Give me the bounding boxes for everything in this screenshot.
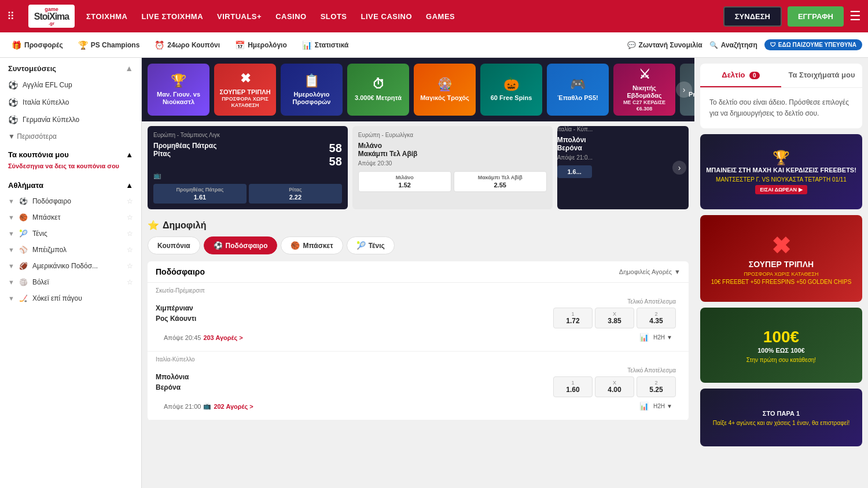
match-1-odd1[interactable]: 1 1.72 [553, 308, 593, 328]
sport-item-american-football[interactable]: ▼ 🏈 Αμερικάνικο Ποδόσ... ☆ [0, 258, 141, 274]
star-icon-am-football[interactable]: ☆ [127, 262, 133, 270]
football-icon-3: ⚽ [8, 115, 18, 124]
live-game-1-video: 📺 [153, 172, 342, 179]
live-game-1-league: Ευρώπη - Τσάμπιονς Λιγκ [153, 132, 342, 138]
star-icon-basketball[interactable]: ☆ [127, 213, 133, 221]
coupons-toggle[interactable]: ▲ [126, 150, 133, 159]
carousel-card-super-triple[interactable]: ✖ ΣΟΥΠΕΡ ΤΡΙΠΛΗ ΠΡΟΣΦΟΡΑ ΧΩΡΙΣ ΚΑΤΑΘΕΣΗ [214, 64, 276, 116]
tab-tennis[interactable]: 🎾 Τένις [347, 236, 395, 254]
carousel-card-counter[interactable]: ⏱ 3.000€ Μετρητά [347, 64, 409, 116]
promo-card-para1[interactable]: ΣΤΟ ΠΑΡΑ 1 Παίξε 4+ αγώνες και αν χάσεις… [700, 389, 862, 446]
carousel-card-ps5[interactable]: 🎮 Έπαθλο PS5! [547, 64, 609, 116]
football-section-title: Ποδόσφαιρο [156, 267, 205, 276]
promo-card-100[interactable]: 100€ 100% ΕΩΣ 100€ Στην πρώτη σου κατάθε… [700, 308, 862, 383]
live-game-1-odd2[interactable]: Ρίτας 2.22 [249, 184, 342, 204]
hamburger-icon[interactable]: ☰ [849, 9, 861, 24]
nav-24-coupon[interactable]: ⏰ 24ωρο Κουπόνι [149, 38, 226, 52]
shortcuts-toggle[interactable]: ▲ [125, 64, 133, 73]
sport-item-tennis[interactable]: ▼ 🎾 Τένις ☆ [0, 225, 141, 242]
carousel-card-ps-champions[interactable]: 🏆 Μαν. Γιουν. vs Νιούκαστλ [148, 64, 209, 116]
tab-basketball[interactable]: 🏀 Μπάσκετ [281, 236, 343, 254]
live-game-1-odd1[interactable]: Προμηθέας Πάτρας 1.61 [153, 184, 247, 204]
star-icon-football[interactable]: ☆ [127, 197, 133, 205]
chevron-down-icon-basketball: ▼ [8, 214, 14, 221]
match-2-odd2[interactable]: 2 5.25 [637, 376, 676, 397]
match-2-time: Απόψε 21:00 📺 202 Αγορές > [164, 402, 253, 410]
nav-slots[interactable]: SLOTS [321, 12, 347, 21]
sport-item-football[interactable]: ▼ ⚽ Ποδόσφαιρο ☆ [0, 193, 141, 209]
carousel-card-offers[interactable]: 📋 Ημερολόγιο Προσφορών [281, 64, 343, 116]
sport-item-basketball[interactable]: ▼ 🏀 Μπάσκετ ☆ [0, 209, 141, 225]
live-game-2-odd2[interactable]: Μακάμπι Τελ Αβίβ 2.55 [454, 171, 547, 192]
nav-live-casino[interactable]: LIVE CASINO [361, 12, 413, 21]
live-game-2-odd1[interactable]: Μιλάνο 1.52 [358, 171, 451, 192]
live-chat-button[interactable]: 💬 Ζωντανή Συνομιλία [627, 41, 703, 49]
match-2-odd1[interactable]: 1 1.60 [553, 376, 593, 397]
bet-slip-tab-deltio[interactable]: Δελτίο 0 [700, 64, 781, 87]
live-games-next-btn[interactable]: › [672, 161, 686, 175]
brand-logo[interactable]: game StoiXima .gr [28, 5, 75, 28]
right-sidebar: Δελτίο 0 Τα Στοιχήματά μου Το δελτίο σου… [694, 58, 868, 488]
sport-item-volleyball[interactable]: ▼ 🏐 Βόλεϊ ☆ [0, 274, 141, 290]
live-game-1-team2: Ρίτας [153, 150, 216, 158]
tab-coupons[interactable]: Κουπόνια [148, 236, 200, 254]
tab-football[interactable]: ⚽ Ποδόσφαιρο [204, 236, 278, 254]
nav-casino[interactable]: CASINO [275, 12, 307, 21]
shortcuts-more[interactable]: ▼ Περισσότερα [0, 128, 141, 145]
star-icon-tennis[interactable]: ☆ [127, 230, 133, 238]
match-1-h2h[interactable]: H2H ▼ [653, 334, 672, 341]
sport-item-baseball[interactable]: ▼ ⚾ Μπέιζμπολ ☆ [0, 242, 141, 258]
match-1-markets[interactable]: 203 Αγορές > [203, 334, 242, 341]
grid-icon[interactable]: ⠿ [7, 10, 14, 23]
carousel-card-free-spins[interactable]: 🎃 60 Free Spins [480, 64, 542, 116]
shield-icon: 🛡 [770, 42, 776, 48]
promo-cta-0[interactable]: ΕΙΣΑΙ ΔΩΡΕΑΝ ▶ [755, 185, 807, 194]
search-button[interactable]: 🔍 Αναζήτηση [709, 41, 757, 49]
sidebar-item-germany-cup[interactable]: ⚽ Γερμανία Κύπελλο [0, 111, 141, 128]
trophy-icon: 🏆 [78, 40, 88, 50]
match-2-markets[interactable]: 202 Αγορές > [214, 403, 253, 410]
star-icon-volleyball[interactable]: ☆ [127, 278, 133, 286]
carousel-card-battles[interactable]: ⚔ Νικητής Εβδομάδας ΜΕ C27 ΚΕΡΔΙΣΕ €6.30… [613, 64, 675, 116]
login-link[interactable]: Σύνδεση [8, 162, 34, 169]
match-2-team1: Μπολόνια [156, 372, 553, 382]
sports-toggle[interactable]: ▲ [126, 181, 133, 190]
sidebar-item-efl[interactable]: ⚽ Αγγλία EFL Cup [0, 76, 141, 94]
nav-calendar[interactable]: 📅 Ημερολόγιο [229, 38, 293, 52]
live-game-3[interactable]: Ιταλία - Κύπ... Μπολόνι Βερόνα Απόψε 21:… [557, 126, 689, 209]
promo-card-ps-champions[interactable]: 🏆 ΜΠΑΙΝΕΙΣ ΣΤΗ ΜΑΧΗ ΚΑΙ ΚΕΡΔΙΖΕΙΣ FREEBE… [700, 134, 862, 209]
carousel-card-magic-wheel[interactable]: 🎡 Μαγικός Τροχός [414, 64, 476, 116]
nav-stats[interactable]: 📊 Στατιστικά [296, 38, 355, 52]
live-game-3-time: Απόψε 21:0... [557, 154, 689, 161]
nav-stoixima[interactable]: ΣΤΟΙΧΗΜΑ [86, 12, 128, 21]
carousel-next-button[interactable]: › [676, 82, 692, 98]
live-game-3-league: Ιταλία - Κύπ... [557, 126, 689, 132]
nav-games[interactable]: GAMES [426, 12, 455, 21]
nav-promo[interactable]: 🎁 Προσφορές [6, 38, 69, 52]
match-1-oddx[interactable]: X 3.85 [595, 308, 634, 328]
sidebar-item-italy-cup[interactable]: ⚽ Ιταλία Κύπελλο [0, 94, 141, 111]
live-game-1[interactable]: Ευρώπη - Τσάμπιονς Λιγκ Προμηθέας Πάτρας… [148, 126, 348, 209]
nav-ps-champions[interactable]: 🏆 PS Champions [72, 38, 146, 52]
live-game-3-odd1[interactable]: 1.6... [557, 165, 592, 178]
sports-title: Αθλήματα [8, 181, 43, 190]
bet-slip-card: Δελτίο 0 Τα Στοιχήματά μου Το δελτίο σου… [700, 64, 862, 128]
match-2-h2h[interactable]: H2H ▼ [653, 403, 672, 409]
promo-card-para1-inner: ΣΤΟ ΠΑΡΑ 1 Παίξε 4+ αγώνες και αν χάσεις… [700, 389, 862, 446]
star-icon-baseball[interactable]: ☆ [127, 246, 133, 254]
sport-item-ice-hockey[interactable]: ▼ 🏒 Χόκεϊ επί πάγου [0, 290, 141, 306]
gamepad-carousel-icon: 🎮 [570, 77, 586, 92]
bet-slip-tab-my-bets[interactable]: Τα Στοιχήματά μου [781, 64, 862, 87]
football-sport-icon: ⚽ [19, 197, 28, 205]
login-button[interactable]: ΣΥΝΔΕΣΗ [723, 6, 782, 27]
popular-section: ⭐ Δημοφιλή Κουπόνια ⚽ Ποδόσφαιρο 🏀 Μπάσκ… [142, 214, 694, 420]
live-game-2[interactable]: Ευρώπη - Ευρωλίγκα Μιλάνο Μακάμπι Τελ Αβ… [352, 126, 553, 209]
promo-card-super-triple[interactable]: ✖ ΣΟΥΠΕΡ ΤΡΙΠΛΗ ΠΡΟΣΦΟΡΑ ΧΩΡΙΣ ΚΑΤΑΘΕΣΗ … [700, 215, 862, 302]
popular-markets-button[interactable]: Δημοφιλείς Αγορές ▼ [619, 268, 681, 275]
nav-virtuals[interactable]: VIRTUALS+ [217, 12, 262, 21]
register-button[interactable]: ΕΓΓΡΑΦΗ [788, 6, 844, 27]
match-2-oddx[interactable]: X 4.00 [595, 376, 634, 397]
match-1-odd2[interactable]: 2 4.35 [637, 308, 676, 328]
nav-live-stoixima[interactable]: LIVE ΣΤΟΙΧΗΜΑ [142, 12, 204, 21]
live-games-row: Ευρώπη - Τσάμπιονς Λιγκ Προμηθέας Πάτρας… [142, 121, 694, 214]
